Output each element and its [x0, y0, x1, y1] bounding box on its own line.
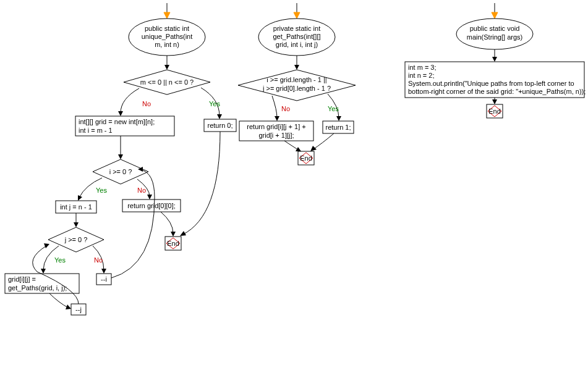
entry-arrowhead-1	[164, 12, 170, 19]
start3-b: main(String[] args)	[467, 33, 522, 41]
decj-text: --j	[75, 306, 82, 313]
main-body-d: bottom-right corner of the said grid: "+…	[408, 88, 586, 95]
retsum-b: grid[i + 1][j];	[258, 132, 294, 139]
ret1-text: return 1;	[326, 124, 351, 131]
main-body-a: int m = 3;	[408, 64, 437, 71]
svg-marker-5	[118, 154, 123, 159]
svg-marker-21	[294, 65, 299, 70]
svg-marker-9	[74, 222, 79, 227]
start3-a: public static void	[470, 25, 520, 32]
start-text-1c: m, int n)	[155, 41, 179, 48]
assign-text-a: grid[i][j] =	[8, 275, 36, 283]
start2-a: private static int	[273, 25, 320, 32]
svg-marker-15	[171, 232, 176, 237]
svg-marker-30	[492, 57, 497, 62]
svg-marker-25	[310, 146, 317, 151]
return0-text: return 0;	[208, 122, 233, 129]
svg-marker-6	[147, 195, 152, 200]
end-text-1: End	[167, 240, 179, 247]
start-text-1b: unique_Paths(int	[142, 33, 193, 40]
cond2-text: i >= 0 ?	[109, 168, 132, 175]
flowchart-diagram: public static int unique_Paths(int m, in…	[0, 0, 588, 378]
cond2-no-2: No	[281, 105, 290, 112]
svg-marker-32	[492, 99, 497, 104]
cond1-yes: Yes	[209, 100, 220, 107]
start2-c: grid, int i, int j)	[276, 41, 318, 48]
svg-marker-2	[217, 114, 222, 119]
cond2-yes-2: Yes	[328, 105, 339, 112]
svg-marker-24	[296, 147, 301, 151]
end-text-3: End	[488, 107, 501, 115]
cond1-text: m <= 0 || n <= 0 ?	[140, 78, 194, 86]
deci-text: --i	[101, 275, 107, 283]
svg-marker-3	[118, 111, 123, 116]
svg-marker-1	[164, 65, 169, 70]
cond2-no: No	[137, 187, 146, 194]
svg-marker-13	[101, 269, 106, 274]
initj-text: int j = n - 1	[60, 203, 92, 211]
cond1-no: No	[142, 100, 151, 107]
return-grid-text: return grid[0][0];	[127, 202, 176, 209]
cond3-no: No	[94, 256, 103, 264]
init-text-b: int i = m - 1	[79, 127, 113, 134]
end-text-2: End	[300, 154, 312, 162]
svg-marker-19	[294, 12, 300, 19]
cond2t-a: i >= grid.length - 1 ||	[266, 76, 326, 83]
start2-b: get_Paths(int[][]	[273, 33, 320, 40]
svg-marker-23	[275, 116, 279, 121]
svg-marker-22	[336, 116, 341, 121]
retsum-a: return grid[i][j + 1] +	[247, 123, 305, 130]
main-body-b: int n = 2;	[408, 72, 435, 79]
assign-text-b: get_Paths(grid, i, j);	[8, 284, 67, 292]
svg-marker-10	[41, 269, 46, 274]
cond3-text: j >= 0 ?	[64, 236, 88, 243]
init-text-a: int[][] grid = new int[m][n];	[79, 118, 155, 125]
cond2t-b: j >= grid[0].length - 1 ?	[262, 85, 331, 92]
svg-marker-12	[44, 243, 49, 248]
cond2-yes: Yes	[96, 187, 107, 194]
cond3-yes: Yes	[54, 256, 66, 264]
main-body-c: System.out.println("Unique paths from to…	[408, 80, 574, 87]
start-text-1a: public static int	[145, 25, 189, 32]
svg-marker-28	[492, 12, 498, 19]
